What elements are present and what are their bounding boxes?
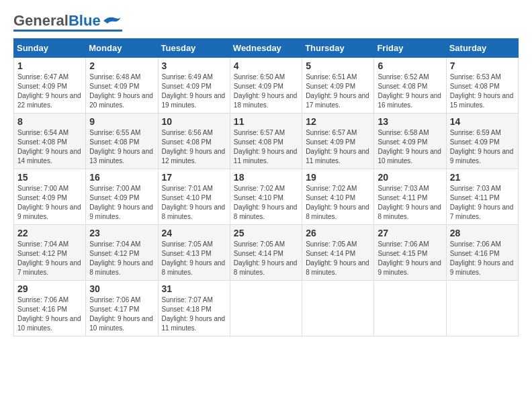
header-saturday: Saturday — [446, 39, 518, 58]
day-info: Sunrise: 7:06 AM Sunset: 4:16 PM Dayligh… — [450, 240, 515, 277]
calendar-cell: 16 Sunrise: 7:00 AM Sunset: 4:09 PM Dayl… — [86, 169, 158, 225]
calendar-cell: 4 Sunrise: 6:50 AM Sunset: 4:09 PM Dayli… — [230, 58, 302, 113]
calendar-cell: 26 Sunrise: 7:05 AM Sunset: 4:14 PM Dayl… — [302, 225, 374, 281]
day-info: Sunrise: 7:01 AM Sunset: 4:10 PM Dayligh… — [162, 184, 226, 222]
calendar-cell: 11 Sunrise: 6:57 AM Sunset: 4:08 PM Dayl… — [230, 113, 302, 169]
day-number: 28 — [450, 228, 515, 238]
calendar-cell: 22 Sunrise: 7:04 AM Sunset: 4:12 PM Dayl… — [14, 225, 86, 281]
day-number: 19 — [306, 172, 370, 183]
header-sunday: Sunday — [14, 39, 86, 58]
logo-underline — [13, 30, 122, 32]
logo: GeneralBlue — [13, 13, 122, 32]
calendar-cell: 25 Sunrise: 7:05 AM Sunset: 4:14 PM Dayl… — [230, 225, 302, 281]
day-number: 27 — [378, 228, 442, 238]
logo-text: GeneralBlue — [13, 13, 101, 28]
week-row-5: 29 Sunrise: 7:06 AM Sunset: 4:16 PM Dayl… — [14, 281, 519, 336]
logo-bird-icon — [102, 14, 122, 28]
header-wednesday: Wednesday — [230, 39, 302, 58]
day-number: 23 — [89, 228, 154, 238]
calendar-cell: 28 Sunrise: 7:06 AM Sunset: 4:16 PM Dayl… — [446, 225, 518, 281]
day-info: Sunrise: 7:02 AM Sunset: 4:10 PM Dayligh… — [306, 184, 370, 222]
day-number: 31 — [162, 283, 226, 294]
day-info: Sunrise: 7:04 AM Sunset: 4:12 PM Dayligh… — [89, 240, 154, 277]
day-info: Sunrise: 7:06 AM Sunset: 4:16 PM Dayligh… — [17, 295, 82, 333]
calendar-cell: 24 Sunrise: 7:05 AM Sunset: 4:13 PM Dayl… — [158, 225, 230, 281]
calendar-cell: 1 Sunrise: 6:47 AM Sunset: 4:09 PM Dayli… — [14, 58, 86, 113]
calendar-cell: 9 Sunrise: 6:55 AM Sunset: 4:08 PM Dayli… — [86, 113, 158, 169]
calendar-cell: 27 Sunrise: 7:06 AM Sunset: 4:15 PM Dayl… — [374, 225, 446, 281]
calendar-cell: 3 Sunrise: 6:49 AM Sunset: 4:09 PM Dayli… — [158, 58, 230, 113]
day-number: 24 — [162, 228, 226, 238]
calendar-cell: 10 Sunrise: 6:56 AM Sunset: 4:08 PM Dayl… — [158, 113, 230, 169]
day-number: 21 — [450, 172, 515, 183]
day-info: Sunrise: 6:57 AM Sunset: 4:09 PM Dayligh… — [306, 128, 370, 166]
day-info: Sunrise: 7:03 AM Sunset: 4:11 PM Dayligh… — [378, 184, 442, 222]
day-info: Sunrise: 7:03 AM Sunset: 4:11 PM Dayligh… — [450, 184, 515, 222]
day-number: 22 — [17, 228, 82, 238]
calendar-cell — [374, 281, 446, 336]
header-tuesday: Tuesday — [158, 39, 230, 58]
calendar-cell: 8 Sunrise: 6:54 AM Sunset: 4:08 PM Dayli… — [14, 113, 86, 169]
day-info: Sunrise: 7:00 AM Sunset: 4:09 PM Dayligh… — [17, 184, 82, 222]
calendar-cell: 2 Sunrise: 6:48 AM Sunset: 4:09 PM Dayli… — [86, 58, 158, 113]
calendar-cell: 13 Sunrise: 6:58 AM Sunset: 4:09 PM Dayl… — [374, 113, 446, 169]
day-number: 5 — [306, 60, 370, 71]
day-info: Sunrise: 7:04 AM Sunset: 4:12 PM Dayligh… — [17, 240, 82, 277]
calendar-cell: 6 Sunrise: 6:52 AM Sunset: 4:08 PM Dayli… — [374, 58, 446, 113]
calendar-table: SundayMondayTuesdayWednesdayThursdayFrid… — [13, 38, 519, 336]
day-info: Sunrise: 7:05 AM Sunset: 4:14 PM Dayligh… — [234, 240, 298, 277]
day-number: 25 — [234, 228, 298, 238]
day-number: 6 — [378, 60, 442, 71]
day-number: 9 — [89, 116, 154, 127]
calendar-cell: 14 Sunrise: 6:59 AM Sunset: 4:09 PM Dayl… — [446, 113, 518, 169]
week-row-4: 22 Sunrise: 7:04 AM Sunset: 4:12 PM Dayl… — [14, 225, 519, 281]
day-number: 17 — [162, 172, 226, 183]
calendar-cell: 19 Sunrise: 7:02 AM Sunset: 4:10 PM Dayl… — [302, 169, 374, 225]
day-number: 10 — [162, 116, 226, 127]
day-info: Sunrise: 6:59 AM Sunset: 4:09 PM Dayligh… — [450, 128, 515, 166]
day-info: Sunrise: 6:49 AM Sunset: 4:09 PM Dayligh… — [162, 73, 226, 110]
calendar-cell: 18 Sunrise: 7:02 AM Sunset: 4:10 PM Dayl… — [230, 169, 302, 225]
week-row-3: 15 Sunrise: 7:00 AM Sunset: 4:09 PM Dayl… — [14, 169, 519, 225]
day-info: Sunrise: 6:53 AM Sunset: 4:08 PM Dayligh… — [450, 73, 515, 110]
calendar-cell: 29 Sunrise: 7:06 AM Sunset: 4:16 PM Dayl… — [14, 281, 86, 336]
day-info: Sunrise: 7:05 AM Sunset: 4:14 PM Dayligh… — [306, 240, 370, 277]
day-info: Sunrise: 6:56 AM Sunset: 4:08 PM Dayligh… — [162, 128, 226, 166]
calendar-cell: 5 Sunrise: 6:51 AM Sunset: 4:09 PM Dayli… — [302, 58, 374, 113]
day-info: Sunrise: 6:55 AM Sunset: 4:08 PM Dayligh… — [89, 128, 154, 166]
day-info: Sunrise: 6:47 AM Sunset: 4:09 PM Dayligh… — [17, 73, 82, 110]
calendar-cell: 23 Sunrise: 7:04 AM Sunset: 4:12 PM Dayl… — [86, 225, 158, 281]
day-number: 1 — [17, 60, 82, 71]
day-number: 7 — [450, 60, 515, 71]
day-info: Sunrise: 6:58 AM Sunset: 4:09 PM Dayligh… — [378, 128, 442, 166]
day-number: 14 — [450, 116, 515, 127]
day-info: Sunrise: 6:51 AM Sunset: 4:09 PM Dayligh… — [306, 73, 370, 110]
calendar-cell: 21 Sunrise: 7:03 AM Sunset: 4:11 PM Dayl… — [446, 169, 518, 225]
day-number: 26 — [306, 228, 370, 238]
week-row-2: 8 Sunrise: 6:54 AM Sunset: 4:08 PM Dayli… — [14, 113, 519, 169]
day-number: 13 — [378, 116, 442, 127]
header-friday: Friday — [374, 39, 446, 58]
calendar-cell: 17 Sunrise: 7:01 AM Sunset: 4:10 PM Dayl… — [158, 169, 230, 225]
day-number: 20 — [378, 172, 442, 183]
day-number: 11 — [234, 116, 298, 127]
day-number: 18 — [234, 172, 298, 183]
day-info: Sunrise: 7:05 AM Sunset: 4:13 PM Dayligh… — [162, 240, 226, 277]
calendar-cell: 15 Sunrise: 7:00 AM Sunset: 4:09 PM Dayl… — [14, 169, 86, 225]
calendar-cell: 12 Sunrise: 6:57 AM Sunset: 4:09 PM Dayl… — [302, 113, 374, 169]
calendar-cell: 31 Sunrise: 7:07 AM Sunset: 4:18 PM Dayl… — [158, 281, 230, 336]
day-info: Sunrise: 6:48 AM Sunset: 4:09 PM Dayligh… — [89, 73, 154, 110]
logo-blue: Blue — [69, 12, 101, 29]
week-row-1: 1 Sunrise: 6:47 AM Sunset: 4:09 PM Dayli… — [14, 58, 519, 113]
day-number: 4 — [234, 60, 298, 71]
day-info: Sunrise: 7:02 AM Sunset: 4:10 PM Dayligh… — [234, 184, 298, 222]
calendar-cell: 30 Sunrise: 7:06 AM Sunset: 4:17 PM Dayl… — [86, 281, 158, 336]
day-number: 16 — [89, 172, 154, 183]
calendar-cell — [446, 281, 518, 336]
day-number: 3 — [162, 60, 226, 71]
day-number: 29 — [17, 283, 82, 294]
day-number: 2 — [89, 60, 154, 71]
day-info: Sunrise: 7:06 AM Sunset: 4:15 PM Dayligh… — [378, 240, 442, 277]
day-info: Sunrise: 6:50 AM Sunset: 4:09 PM Dayligh… — [234, 73, 298, 110]
day-number: 8 — [17, 116, 82, 127]
